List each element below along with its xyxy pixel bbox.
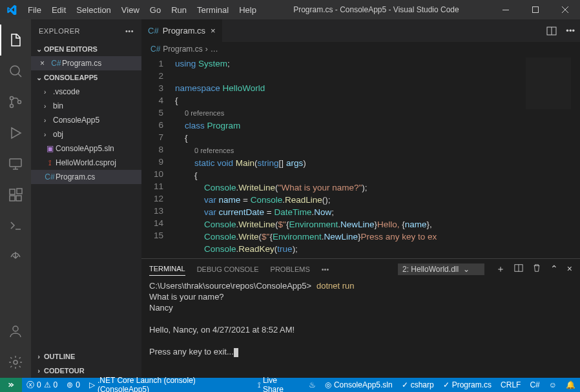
launch-config[interactable]: ▷.NET Core Launch (console) (ConsoleApp5…: [85, 378, 253, 392]
code-content[interactable]: using System; namespace HelloWorld { 0 r…: [175, 56, 580, 258]
chevron-down-icon: ⌄: [34, 74, 44, 82]
explorer-title: EXPLORER: [39, 27, 80, 35]
more-icon[interactable]: •••: [125, 27, 134, 35]
breadcrumb[interactable]: C# Program.cs › …: [141, 42, 580, 56]
csharp-file-icon: C#: [150, 45, 160, 54]
editor-tabs: C# Program.cs × •••: [141, 19, 580, 42]
close-panel-icon[interactable]: ×: [567, 263, 572, 275]
new-terminal-icon[interactable]: ＋: [496, 263, 505, 275]
menu-selection[interactable]: Selection: [71, 5, 116, 15]
status-bar: ⓧ0⚠0 ⊚0 ▷.NET Core Launch (console) (Con…: [0, 378, 580, 392]
problems-indicator[interactable]: ⓧ0⚠0: [22, 378, 62, 392]
menu-file[interactable]: File: [23, 5, 47, 15]
menu-run[interactable]: Run: [166, 5, 192, 15]
split-terminal-icon[interactable]: [514, 263, 523, 275]
menu-terminal[interactable]: Terminal: [192, 5, 234, 15]
code-editor[interactable]: 123456789101112131415 using System; name…: [141, 56, 580, 258]
svg-point-3: [10, 97, 14, 100]
tab-problems[interactable]: PROBLEMS: [271, 265, 310, 273]
live-share[interactable]: ⟟Live Share: [253, 378, 304, 392]
sln-file-icon: ▣: [44, 144, 56, 153]
maximize-button[interactable]: [521, 0, 550, 19]
terminal-select[interactable]: 2: HelloWorld.dll ⌄: [398, 263, 484, 275]
file-item[interactable]: C#Program.cs: [31, 170, 141, 184]
explorer-icon[interactable]: [0, 25, 31, 56]
sln-indicator[interactable]: ◎ConsoleApp5.sln: [320, 378, 397, 392]
file-check-indicator[interactable]: ✓Program.cs: [439, 378, 496, 392]
chevron-right-icon: ›: [44, 117, 53, 124]
svg-rect-1: [533, 7, 539, 13]
vscode-logo-icon: [0, 5, 23, 15]
flame-indicator[interactable]: ♨: [304, 378, 320, 392]
gear-icon[interactable]: [0, 347, 31, 378]
tab-label: Program.cs: [163, 26, 205, 36]
terminal-output[interactable]: C:\Users\thrak\source\repos\ConsoleApp5>…: [141, 279, 580, 378]
port-indicator[interactable]: ⊚0: [62, 378, 85, 392]
csharp-file-icon: C#: [44, 172, 56, 181]
menu-edit[interactable]: Edit: [47, 5, 71, 15]
extensions-icon[interactable]: [0, 180, 31, 211]
outline-section[interactable]: ›OUTLINE: [31, 349, 141, 364]
chevron-right-icon: ›: [205, 45, 208, 54]
source-control-icon[interactable]: [0, 87, 31, 118]
warning-icon: ⚠: [44, 380, 51, 389]
menu-view[interactable]: View: [116, 5, 145, 15]
line-gutter: 123456789101112131415: [141, 56, 175, 258]
feedback-icon[interactable]: ☺: [544, 378, 561, 392]
check-icon: ✓: [443, 380, 450, 389]
chevron-right-icon: ›: [34, 353, 44, 360]
remote-explorer-icon[interactable]: [0, 149, 31, 180]
error-icon: ⓧ: [26, 380, 34, 391]
split-editor-icon[interactable]: [546, 26, 557, 36]
language-mode[interactable]: C#: [525, 378, 544, 392]
svg-rect-0: [502, 10, 509, 10]
chevron-right-icon: ›: [44, 88, 53, 96]
file-item[interactable]: ⟟HelloWorld.csproj: [31, 156, 141, 170]
lang-server-indicator[interactable]: ✓csharp: [397, 378, 439, 392]
kill-terminal-icon[interactable]: [532, 263, 541, 275]
minimap[interactable]: [526, 57, 571, 109]
open-editors-section[interactable]: ⌄OPEN EDITORS: [31, 42, 141, 56]
folder-item[interactable]: ›.vscode: [31, 85, 141, 99]
account-icon[interactable]: [0, 316, 31, 347]
flame-icon: ♨: [309, 380, 316, 389]
menu-go[interactable]: Go: [145, 5, 166, 15]
more-icon[interactable]: •••: [322, 265, 329, 273]
maximize-panel-icon[interactable]: ⌃: [550, 263, 558, 275]
tab-program-cs[interactable]: C# Program.cs ×: [141, 19, 223, 42]
target-icon: ◎: [325, 380, 331, 389]
folder-item[interactable]: ›obj: [31, 127, 141, 141]
tab-terminal[interactable]: TERMINAL: [149, 265, 185, 276]
open-editor-item[interactable]: × C# Program.cs: [31, 56, 141, 70]
bottom-panel: TERMINAL DEBUG CONSOLE PROBLEMS ••• 2: H…: [141, 258, 580, 378]
close-button[interactable]: [550, 0, 580, 19]
run-debug-icon[interactable]: [0, 118, 31, 149]
minimize-button[interactable]: [491, 0, 521, 19]
menu-bar: File Edit Selection View Go Run Terminal…: [23, 5, 262, 15]
tab-debug-console[interactable]: DEBUG CONSOLE: [197, 265, 259, 273]
more-icon[interactable]: •••: [566, 26, 575, 36]
folder-item[interactable]: ›bin: [31, 99, 141, 113]
debug-icon: ▷: [89, 380, 95, 389]
file-item[interactable]: ▣ConsoleApp5.sln: [31, 141, 141, 156]
svg-rect-10: [17, 189, 22, 194]
search-icon[interactable]: [0, 56, 31, 87]
titlebar: File Edit Selection View Go Run Terminal…: [0, 0, 580, 19]
close-icon[interactable]: ×: [40, 59, 50, 68]
eol-indicator[interactable]: CRLF: [496, 378, 525, 392]
remote-indicator[interactable]: [0, 378, 22, 392]
menu-help[interactable]: Help: [234, 5, 262, 15]
csharp-file-icon: C#: [50, 59, 62, 68]
chevron-right-icon: ›: [44, 131, 53, 138]
share-icon[interactable]: [0, 242, 31, 273]
notifications-icon[interactable]: 🔔: [561, 378, 580, 392]
terminal-tab-icon[interactable]: [0, 211, 31, 242]
folder-item[interactable]: ›ConsoleApp5: [31, 113, 141, 127]
window-title: Program.cs - ConsoleApp5 - Visual Studio…: [262, 5, 491, 14]
activity-bar: [0, 19, 31, 378]
close-icon[interactable]: ×: [211, 26, 216, 36]
chevron-down-icon: ⌄: [34, 45, 44, 54]
svg-point-11: [13, 326, 18, 331]
project-section[interactable]: ⌄CONSOLEAPP5: [31, 70, 141, 85]
cursor: [234, 348, 238, 357]
